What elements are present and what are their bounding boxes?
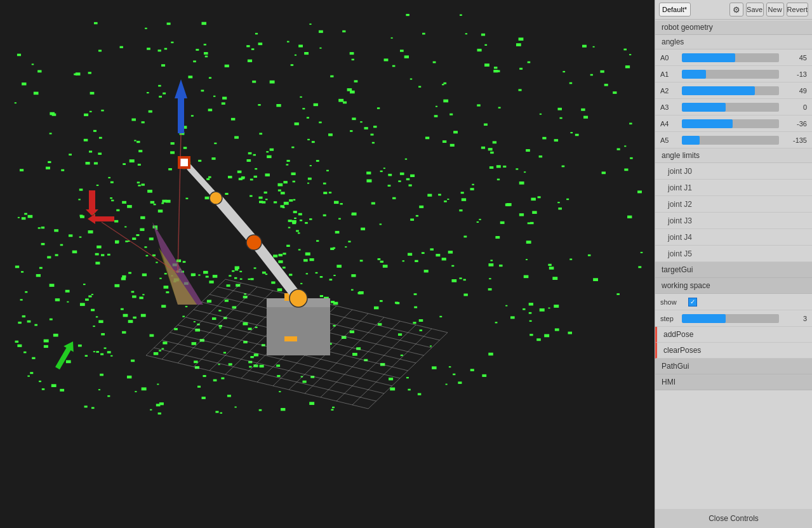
add-pose-button[interactable]: addPose (655, 327, 812, 343)
angle-label-a4: A4 (660, 120, 678, 128)
angle-row-a4: A4 -36 (655, 116, 812, 132)
robot-geometry-header[interactable]: robot geometry (655, 20, 812, 35)
right-panel: Default* ⚙ Save New Revert robot geometr… (655, 0, 812, 528)
angle-label-a3: A3 (660, 103, 678, 111)
save-button[interactable]: Save (746, 3, 764, 16)
joint-row-j0[interactable]: joint J0 (655, 163, 812, 180)
angle-row-a3: A3 0 (655, 99, 812, 116)
step-row: step 3 (655, 310, 812, 327)
angle-value-a3: 0 (783, 103, 807, 111)
joint-row-j3[interactable]: joint J3 (655, 213, 812, 229)
angle-label-a0: A0 (660, 54, 678, 62)
joint-row-j1[interactable]: joint J1 (655, 180, 812, 196)
path-gui-label[interactable]: PathGui (655, 359, 812, 374)
revert-button[interactable]: Revert (787, 3, 808, 16)
angle-slider-a4[interactable] (682, 119, 779, 128)
angle-slider-a1[interactable] (682, 70, 779, 79)
joint-row-j2[interactable]: joint J2 (655, 196, 812, 213)
hmi-label[interactable]: HMI (655, 374, 812, 390)
3d-viewport[interactable] (0, 0, 655, 528)
close-controls-button[interactable]: Close Controls (655, 509, 812, 528)
working-space-label[interactable]: working space (655, 278, 812, 294)
angle-row-a5: A5 -135 (655, 132, 812, 148)
angle-row-a2: A2 49 (655, 82, 812, 99)
angles-header[interactable]: angles (655, 35, 812, 50)
angle-value-a4: -36 (783, 120, 807, 128)
angle-row-a0: A0 45 (655, 50, 812, 66)
step-slider[interactable] (682, 314, 779, 323)
profile-select[interactable]: Default* (659, 3, 691, 16)
angle-limits-header[interactable]: angle limits (655, 148, 812, 163)
angle-slider-a5[interactable] (682, 136, 779, 145)
angle-value-a1: -13 (783, 70, 807, 78)
angle-value-a5: -135 (783, 136, 807, 144)
target-gui-label[interactable]: targetGui (655, 262, 812, 278)
step-label: step (660, 315, 678, 322)
clear-poses-button[interactable]: clearPoses (655, 343, 812, 359)
angle-slider-a3[interactable] (682, 103, 779, 112)
angle-value-a0: 45 (783, 54, 807, 62)
angle-label-a1: A1 (660, 70, 678, 78)
show-label: show (660, 298, 686, 306)
angle-value-a2: 49 (783, 87, 807, 95)
angle-slider-a0[interactable] (682, 53, 779, 62)
new-button[interactable]: New (766, 3, 784, 16)
angle-label-a5: A5 (660, 136, 678, 144)
show-checkbox[interactable]: ✓ (688, 298, 697, 307)
toolbar: Default* ⚙ Save New Revert (655, 0, 812, 20)
angle-row-a1: A1 -13 (655, 66, 812, 82)
step-value: 3 (783, 315, 807, 322)
angle-slider-a2[interactable] (682, 86, 779, 95)
show-row: show ✓ (655, 294, 812, 310)
joint-row-j5[interactable]: joint J5 (655, 246, 812, 262)
angle-label-a2: A2 (660, 87, 678, 95)
gear-button[interactable]: ⚙ (729, 3, 743, 16)
joint-row-j4[interactable]: joint J4 (655, 229, 812, 246)
